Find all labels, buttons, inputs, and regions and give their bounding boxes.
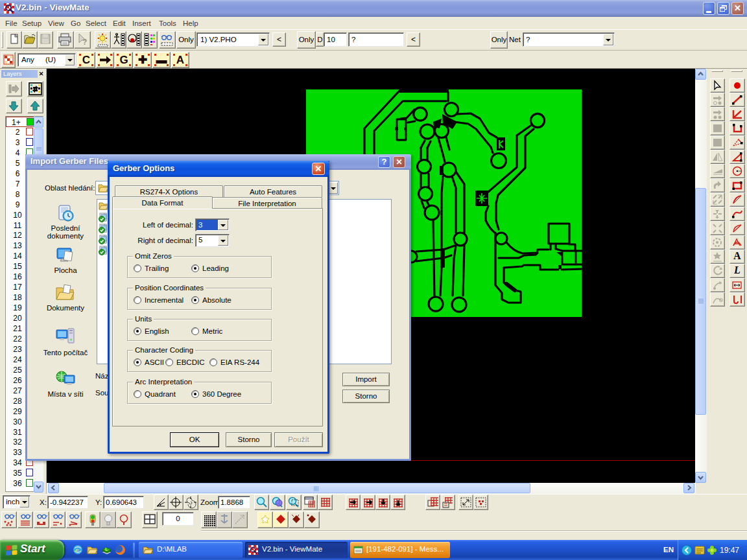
svg-text:?: ?: [82, 38, 87, 47]
svg-text:e: e: [75, 546, 78, 554]
svg-text:L: L: [105, 547, 108, 552]
